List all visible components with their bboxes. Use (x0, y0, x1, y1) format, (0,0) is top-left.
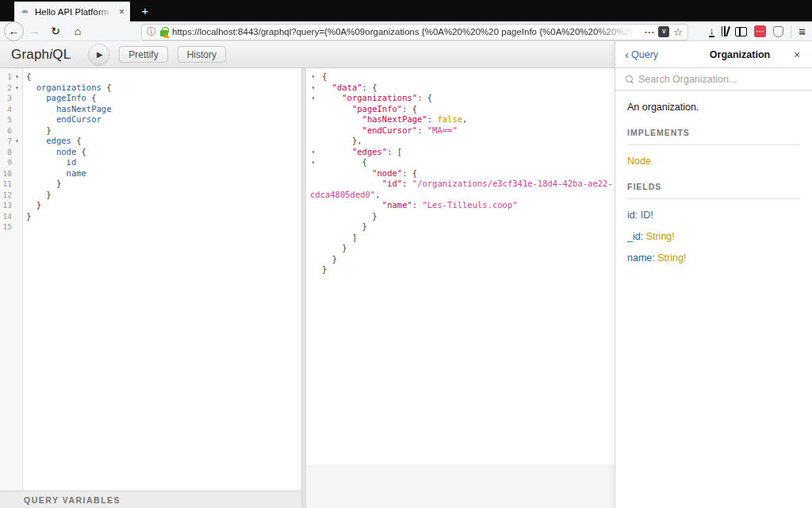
code-line[interactable] (26, 221, 301, 233)
result-line: "pageInfo": { (306, 104, 615, 115)
password-manager-icon[interactable]: ··· (754, 25, 766, 37)
url-bar[interactable]: ⓘ https://localhost:8443/graphql?query={… (141, 24, 688, 40)
gutter-row: 15 (0, 221, 22, 233)
tab-bar: Hello API Platform - API Platfor × + (0, 0, 812, 21)
line-number: 9 (0, 157, 12, 168)
tab-close-icon[interactable]: × (119, 7, 124, 17)
query-variables-label: QUERY VARIABLES (24, 495, 121, 505)
query-code[interactable]: { organizations { pageInfo { hasNextPage… (23, 68, 301, 491)
result-line: } (306, 254, 615, 265)
field-type-link[interactable]: String! (657, 252, 686, 264)
active-tab[interactable]: Hello API Platform - API Platfor × (14, 2, 130, 21)
result-line: "hasNextPage": false, (306, 114, 615, 125)
code-line[interactable]: endCursor (26, 114, 301, 125)
field-name-link[interactable]: name (627, 252, 652, 264)
doc-back-link[interactable]: ‹Query (625, 48, 658, 60)
sidebar-toggle-icon[interactable] (735, 27, 747, 37)
gutter-row: 4 (0, 104, 22, 115)
line-number: 15 (0, 221, 12, 233)
page-actions-icon[interactable]: ⋯ (644, 26, 654, 38)
fold-arrow-icon[interactable]: ▾ (309, 93, 317, 104)
fold-arrow-icon[interactable]: ▾ (309, 83, 317, 94)
fold-arrow-icon[interactable]: ▾ (309, 157, 317, 168)
gutter-row: 10 (0, 168, 22, 179)
code-line[interactable]: } (26, 190, 301, 201)
toolbar-separator (791, 25, 791, 38)
line-number: 10 (0, 168, 12, 179)
code-line[interactable]: hasNextPage (26, 104, 301, 115)
query-variables-bar[interactable]: QUERY VARIABLES (0, 491, 301, 508)
code-line[interactable]: edges { (26, 136, 301, 147)
menu-icon[interactable]: ≡ (799, 25, 806, 38)
url-text[interactable]: https://localhost:8443/graphql?query={%0… (172, 27, 640, 37)
query-editor[interactable]: 1▾2▾34567▾89101112131415 { organizations… (0, 68, 301, 491)
back-button[interactable]: ← (4, 21, 24, 41)
type-description: An organization. (627, 102, 800, 113)
result-line: "edges": [ (306, 147, 615, 158)
fold-arrow-icon[interactable]: ▾ (12, 71, 22, 83)
execute-button[interactable]: ▶ (88, 44, 109, 65)
code-line[interactable]: node { (26, 147, 301, 158)
code-line[interactable]: organizations { (26, 83, 301, 94)
reload-button[interactable]: ↻ (44, 25, 67, 37)
doc-search-input[interactable] (638, 74, 781, 85)
adblock-shield-icon[interactable] (773, 26, 783, 37)
toolbar-right-icons: ↓ ··· ≡ (709, 21, 812, 41)
fold-arrow-icon[interactable]: ▾ (309, 71, 317, 83)
result-line: "organizations": { (306, 93, 615, 104)
result-line: }, (306, 136, 615, 147)
line-number-gutter: 1▾2▾34567▾89101112131415 (0, 68, 23, 491)
home-button[interactable]: ⌂ (67, 25, 89, 37)
doc-close-icon[interactable]: × (791, 48, 802, 61)
line-number: 8 (0, 147, 12, 158)
doc-body: An organization. IMPLEMENTS Node FIELDS … (615, 90, 812, 275)
code-line[interactable]: } (26, 125, 301, 137)
history-button[interactable]: History (178, 46, 226, 63)
field-name-link[interactable]: _id (627, 231, 641, 242)
code-line[interactable]: name (26, 168, 301, 179)
fold-arrow-icon[interactable]: ▾ (12, 83, 22, 94)
code-line[interactable]: } (26, 179, 301, 190)
gutter-row: 1▾ (0, 71, 22, 83)
code-line[interactable]: } (26, 200, 301, 211)
result-line: { (306, 71, 615, 83)
field-name-link[interactable]: id (627, 210, 635, 221)
bookmark-star-icon[interactable]: ☆ (673, 26, 683, 38)
line-number: 4 (0, 104, 12, 115)
pocket-icon[interactable]: ∨ (658, 26, 669, 37)
field-row: id: ID! (627, 210, 800, 221)
gutter-row: 14 (0, 211, 22, 222)
gutter-row: 11 (0, 179, 22, 190)
code-line[interactable]: { (26, 71, 301, 83)
line-number: 12 (0, 190, 12, 201)
code-line[interactable]: pageInfo { (26, 93, 301, 104)
doc-title: Organization (658, 49, 812, 60)
back-arrow-icon: ← (9, 25, 20, 37)
line-number: 5 (0, 114, 12, 125)
api-platform-favicon-icon (20, 6, 30, 17)
line-number: 6 (0, 125, 12, 137)
result-line: "endCursor": "MA==" (306, 125, 615, 137)
gutter-row: 13 (0, 200, 22, 211)
mixed-content-lock-icon[interactable] (160, 30, 168, 37)
type-link[interactable]: Node (627, 156, 651, 167)
gutter-row: 8 (0, 147, 22, 158)
result-json: { "data": { "organizations": { "pageInfo… (306, 71, 615, 275)
code-line[interactable]: } (26, 211, 301, 222)
result-line: "node": { (306, 168, 615, 179)
fold-arrow-icon[interactable]: ▾ (12, 136, 22, 147)
forward-button[interactable]: → (24, 25, 44, 37)
downloads-icon[interactable]: ↓ (709, 26, 714, 37)
fold-arrow-icon[interactable]: ▾ (309, 147, 317, 158)
result-line: "data": { (306, 83, 615, 94)
code-line[interactable]: id (26, 157, 301, 168)
field-type-link[interactable]: ID! (641, 210, 653, 221)
gutter-row: 3 (0, 93, 22, 104)
page-info-icon[interactable]: ⓘ (147, 25, 156, 39)
prettify-button[interactable]: Prettify (119, 46, 167, 63)
line-number: 3 (0, 93, 12, 104)
new-tab-button[interactable]: + (135, 0, 155, 21)
result-line: } (306, 264, 615, 275)
field-type-link[interactable]: String! (646, 231, 675, 242)
library-icon[interactable] (722, 26, 729, 37)
